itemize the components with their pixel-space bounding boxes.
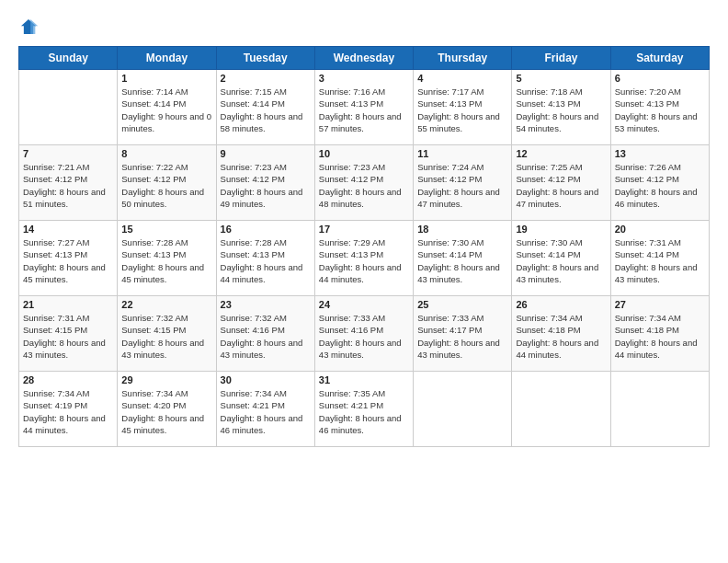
day-number: 21 bbox=[23, 299, 113, 310]
day-number: 13 bbox=[615, 148, 705, 159]
day-info: Sunrise: 7:34 AMSunset: 4:18 PMDaylight:… bbox=[615, 312, 705, 361]
calendar-cell: 10Sunrise: 7:23 AMSunset: 4:12 PMDayligh… bbox=[314, 145, 413, 221]
calendar-cell: 25Sunrise: 7:33 AMSunset: 4:17 PMDayligh… bbox=[414, 296, 512, 372]
day-info: Sunrise: 7:16 AMSunset: 4:13 PMDaylight:… bbox=[319, 86, 409, 134]
calendar-header-row: SundayMondayTuesdayWednesdayThursdayFrid… bbox=[19, 47, 710, 70]
calendar-cell: 19Sunrise: 7:30 AMSunset: 4:14 PMDayligh… bbox=[512, 221, 610, 296]
day-number: 3 bbox=[319, 73, 409, 84]
calendar-cell: 29Sunrise: 7:34 AMSunset: 4:20 PMDayligh… bbox=[118, 372, 216, 447]
day-info: Sunrise: 7:31 AMSunset: 4:14 PMDaylight:… bbox=[615, 236, 705, 285]
day-number: 20 bbox=[615, 224, 705, 235]
day-info: Sunrise: 7:34 AMSunset: 4:18 PMDaylight:… bbox=[516, 312, 606, 361]
day-number: 30 bbox=[221, 374, 311, 385]
calendar-cell bbox=[19, 70, 118, 145]
calendar-cell: 4Sunrise: 7:17 AMSunset: 4:13 PMDaylight… bbox=[414, 70, 512, 145]
day-number: 5 bbox=[516, 73, 606, 84]
day-info: Sunrise: 7:22 AMSunset: 4:12 PMDaylight:… bbox=[121, 161, 211, 210]
day-number: 17 bbox=[319, 224, 409, 235]
calendar-cell bbox=[610, 372, 709, 447]
calendar-cell bbox=[512, 372, 610, 447]
calendar-cell: 7Sunrise: 7:21 AMSunset: 4:12 PMDaylight… bbox=[19, 145, 118, 221]
day-info: Sunrise: 7:34 AMSunset: 4:21 PMDaylight:… bbox=[221, 387, 311, 436]
day-number: 24 bbox=[319, 299, 409, 310]
day-number: 15 bbox=[121, 224, 211, 235]
day-info: Sunrise: 7:33 AMSunset: 4:16 PMDaylight:… bbox=[319, 312, 409, 361]
day-number: 9 bbox=[221, 148, 311, 159]
calendar-cell: 20Sunrise: 7:31 AMSunset: 4:14 PMDayligh… bbox=[610, 221, 709, 296]
day-info: Sunrise: 7:23 AMSunset: 4:12 PMDaylight:… bbox=[221, 161, 311, 210]
calendar-cell: 26Sunrise: 7:34 AMSunset: 4:18 PMDayligh… bbox=[512, 296, 610, 372]
logo-icon bbox=[18, 17, 39, 37]
day-number: 25 bbox=[417, 299, 507, 310]
calendar-week-2: 7Sunrise: 7:21 AMSunset: 4:12 PMDaylight… bbox=[19, 145, 710, 221]
calendar-cell: 23Sunrise: 7:32 AMSunset: 4:16 PMDayligh… bbox=[216, 296, 314, 372]
day-number: 23 bbox=[221, 299, 311, 310]
day-number: 12 bbox=[516, 148, 606, 159]
calendar-cell: 22Sunrise: 7:32 AMSunset: 4:15 PMDayligh… bbox=[118, 296, 216, 372]
calendar-header-wednesday: Wednesday bbox=[314, 47, 413, 70]
day-number: 8 bbox=[121, 148, 211, 159]
day-info: Sunrise: 7:24 AMSunset: 4:12 PMDaylight:… bbox=[417, 161, 507, 210]
calendar-week-5: 28Sunrise: 7:34 AMSunset: 4:19 PMDayligh… bbox=[19, 372, 710, 447]
calendar-cell: 3Sunrise: 7:16 AMSunset: 4:13 PMDaylight… bbox=[314, 70, 413, 145]
day-number: 10 bbox=[319, 148, 409, 159]
day-number: 7 bbox=[23, 148, 113, 159]
day-number: 18 bbox=[417, 224, 507, 235]
day-number: 6 bbox=[615, 73, 705, 84]
day-info: Sunrise: 7:15 AMSunset: 4:14 PMDaylight:… bbox=[221, 86, 311, 134]
calendar-cell: 27Sunrise: 7:34 AMSunset: 4:18 PMDayligh… bbox=[610, 296, 709, 372]
calendar-week-3: 14Sunrise: 7:27 AMSunset: 4:13 PMDayligh… bbox=[19, 221, 710, 296]
day-info: Sunrise: 7:32 AMSunset: 4:15 PMDaylight:… bbox=[121, 312, 211, 361]
calendar-header-monday: Monday bbox=[118, 47, 216, 70]
day-number: 16 bbox=[221, 224, 311, 235]
day-number: 19 bbox=[516, 224, 606, 235]
calendar-cell: 24Sunrise: 7:33 AMSunset: 4:16 PMDayligh… bbox=[314, 296, 413, 372]
day-info: Sunrise: 7:34 AMSunset: 4:20 PMDaylight:… bbox=[121, 387, 211, 436]
day-number: 27 bbox=[615, 299, 705, 310]
day-info: Sunrise: 7:21 AMSunset: 4:12 PMDaylight:… bbox=[23, 161, 113, 210]
day-info: Sunrise: 7:34 AMSunset: 4:19 PMDaylight:… bbox=[23, 387, 113, 436]
calendar-header-tuesday: Tuesday bbox=[216, 47, 314, 70]
day-info: Sunrise: 7:31 AMSunset: 4:15 PMDaylight:… bbox=[23, 312, 113, 361]
page: SundayMondayTuesdayWednesdayThursdayFrid… bbox=[0, 0, 728, 563]
day-info: Sunrise: 7:35 AMSunset: 4:21 PMDaylight:… bbox=[319, 387, 409, 436]
day-info: Sunrise: 7:28 AMSunset: 4:13 PMDaylight:… bbox=[221, 236, 311, 285]
day-info: Sunrise: 7:17 AMSunset: 4:13 PMDaylight:… bbox=[417, 86, 507, 134]
day-number: 11 bbox=[417, 148, 507, 159]
calendar-table: SundayMondayTuesdayWednesdayThursdayFrid… bbox=[18, 46, 710, 447]
day-info: Sunrise: 7:18 AMSunset: 4:13 PMDaylight:… bbox=[516, 86, 606, 134]
calendar-cell: 17Sunrise: 7:29 AMSunset: 4:13 PMDayligh… bbox=[314, 221, 413, 296]
day-number: 28 bbox=[23, 374, 113, 385]
calendar-cell: 16Sunrise: 7:28 AMSunset: 4:13 PMDayligh… bbox=[216, 221, 314, 296]
logo bbox=[18, 17, 42, 37]
calendar-cell: 5Sunrise: 7:18 AMSunset: 4:13 PMDaylight… bbox=[512, 70, 610, 145]
calendar-header-friday: Friday bbox=[512, 47, 610, 70]
calendar-week-4: 21Sunrise: 7:31 AMSunset: 4:15 PMDayligh… bbox=[19, 296, 710, 372]
calendar-cell: 1Sunrise: 7:14 AMSunset: 4:14 PMDaylight… bbox=[118, 70, 216, 145]
day-info: Sunrise: 7:14 AMSunset: 4:14 PMDaylight:… bbox=[121, 86, 211, 134]
day-info: Sunrise: 7:26 AMSunset: 4:12 PMDaylight:… bbox=[615, 161, 705, 210]
day-info: Sunrise: 7:27 AMSunset: 4:13 PMDaylight:… bbox=[23, 236, 113, 285]
calendar-header-thursday: Thursday bbox=[414, 47, 512, 70]
calendar-cell: 18Sunrise: 7:30 AMSunset: 4:14 PMDayligh… bbox=[414, 221, 512, 296]
day-info: Sunrise: 7:29 AMSunset: 4:13 PMDaylight:… bbox=[319, 236, 409, 285]
day-info: Sunrise: 7:30 AMSunset: 4:14 PMDaylight:… bbox=[516, 236, 606, 285]
calendar-cell: 31Sunrise: 7:35 AMSunset: 4:21 PMDayligh… bbox=[314, 372, 413, 447]
calendar-cell: 6Sunrise: 7:20 AMSunset: 4:13 PMDaylight… bbox=[610, 70, 709, 145]
day-number: 4 bbox=[417, 73, 507, 84]
day-info: Sunrise: 7:23 AMSunset: 4:12 PMDaylight:… bbox=[319, 161, 409, 210]
day-info: Sunrise: 7:28 AMSunset: 4:13 PMDaylight:… bbox=[121, 236, 211, 285]
day-number: 22 bbox=[121, 299, 211, 310]
calendar-cell: 21Sunrise: 7:31 AMSunset: 4:15 PMDayligh… bbox=[19, 296, 118, 372]
day-info: Sunrise: 7:25 AMSunset: 4:12 PMDaylight:… bbox=[516, 161, 606, 210]
day-number: 14 bbox=[23, 224, 113, 235]
calendar-cell: 11Sunrise: 7:24 AMSunset: 4:12 PMDayligh… bbox=[414, 145, 512, 221]
calendar-week-1: 1Sunrise: 7:14 AMSunset: 4:14 PMDaylight… bbox=[19, 70, 710, 145]
calendar-cell: 2Sunrise: 7:15 AMSunset: 4:14 PMDaylight… bbox=[216, 70, 314, 145]
day-info: Sunrise: 7:32 AMSunset: 4:16 PMDaylight:… bbox=[221, 312, 311, 361]
calendar-header-saturday: Saturday bbox=[610, 47, 709, 70]
calendar-cell: 8Sunrise: 7:22 AMSunset: 4:12 PMDaylight… bbox=[118, 145, 216, 221]
calendar-cell: 30Sunrise: 7:34 AMSunset: 4:21 PMDayligh… bbox=[216, 372, 314, 447]
day-info: Sunrise: 7:33 AMSunset: 4:17 PMDaylight:… bbox=[417, 312, 507, 361]
calendar-cell: 14Sunrise: 7:27 AMSunset: 4:13 PMDayligh… bbox=[19, 221, 118, 296]
